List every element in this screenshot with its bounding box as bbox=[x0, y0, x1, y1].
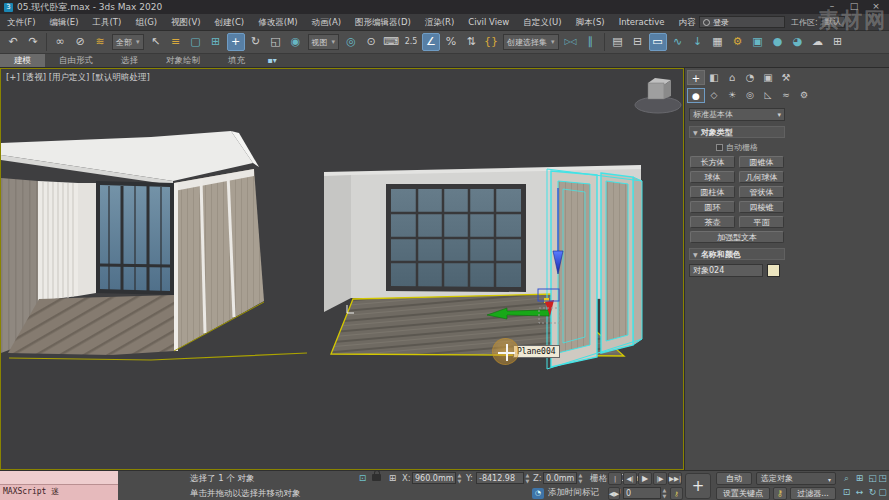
menu-graph-editors[interactable]: 图形编辑器(D) bbox=[348, 14, 418, 30]
menu-scripting[interactable]: 脚本(S) bbox=[569, 14, 612, 30]
key-filters-icon[interactable]: ⚷ bbox=[773, 487, 787, 500]
hierarchy-tab-icon[interactable]: ⌂ bbox=[723, 70, 741, 85]
curve-editor-icon[interactable]: ∿ bbox=[669, 33, 687, 51]
auto-key-button[interactable]: 自动 bbox=[716, 472, 752, 485]
sphere-button[interactable]: 球体 bbox=[690, 171, 735, 183]
viewcube[interactable] bbox=[635, 78, 681, 113]
add-time-tag[interactable]: ◔ 添加时间标记 bbox=[532, 487, 599, 499]
rendered-frame-window-icon[interactable]: ▣ bbox=[749, 33, 767, 51]
object-color-swatch[interactable] bbox=[767, 264, 780, 277]
utilities-tab-icon[interactable]: ⚒ bbox=[777, 70, 795, 85]
maxscript-mini-listener[interactable]: MAXScript 迷 bbox=[0, 471, 118, 500]
menu-create[interactable]: 创建(C) bbox=[208, 14, 252, 30]
named-selection-sets-dropdown[interactable]: 创建选择集 ▾ bbox=[503, 34, 559, 50]
tab-modeling[interactable]: 建模 bbox=[0, 54, 45, 67]
geometry-category-dropdown[interactable]: 标准基本体 ▾ bbox=[689, 108, 785, 121]
selected-frame-object[interactable] bbox=[547, 169, 642, 369]
perspective-viewport[interactable]: [+] [透视] [用户定义] [默认明暗处理] bbox=[0, 68, 684, 470]
zoom-icon[interactable]: ⌕ bbox=[840, 472, 853, 485]
zoom-all-icon[interactable]: ⊞ bbox=[853, 472, 866, 485]
go-to-start-button[interactable]: |◀◀ bbox=[608, 472, 622, 485]
edit-named-sets-icon[interactable]: {} bbox=[482, 33, 500, 51]
next-frame-button[interactable]: |▶ bbox=[653, 472, 667, 485]
render-production-icon[interactable]: ● bbox=[769, 33, 787, 51]
close-button[interactable]: × bbox=[865, 0, 887, 13]
select-and-scale-icon[interactable]: ◱ bbox=[267, 33, 285, 51]
geosphere-button[interactable]: 几何球体 bbox=[739, 171, 784, 183]
x-coordinate-field[interactable]: 960.0mm bbox=[412, 472, 456, 484]
select-object-icon[interactable]: ↖ bbox=[147, 33, 165, 51]
z-spinner[interactable]: ▲▼ bbox=[577, 472, 584, 484]
material-editor-icon[interactable]: ▦ bbox=[709, 33, 727, 51]
object-type-header[interactable]: ▼ 对象类型 bbox=[689, 126, 785, 138]
workspace-selector[interactable]: 工作区: 默认 bbox=[791, 16, 885, 28]
display-tab-icon[interactable]: ▣ bbox=[759, 70, 777, 85]
teapot-button[interactable]: 茶壶 bbox=[690, 216, 735, 228]
go-to-end-button[interactable]: ▶▶| bbox=[668, 472, 682, 485]
cone-button[interactable]: 圆锥体 bbox=[739, 156, 784, 168]
render-setup-icon[interactable]: ⚙ bbox=[729, 33, 747, 51]
name-color-header[interactable]: ▼ 名称和颜色 bbox=[689, 248, 785, 260]
menu-rendering[interactable]: 渲染(R) bbox=[418, 14, 462, 30]
tab-selection[interactable]: 选择 bbox=[107, 54, 152, 67]
undo-icon[interactable]: ↶ bbox=[4, 33, 22, 51]
select-by-name-icon[interactable]: ≡ bbox=[167, 33, 185, 51]
torus-button[interactable]: 圆环 bbox=[690, 201, 735, 213]
create-tab-icon[interactable]: + bbox=[687, 70, 705, 85]
minimize-button[interactable]: – bbox=[821, 0, 843, 13]
textplus-button[interactable]: 加强型文本 bbox=[690, 231, 784, 243]
redo-icon[interactable]: ↷ bbox=[24, 33, 42, 51]
percent-snap-icon[interactable]: % bbox=[442, 33, 460, 51]
z-coordinate-field[interactable]: 0.0mm bbox=[543, 472, 577, 484]
menu-group[interactable]: 组(G) bbox=[128, 14, 164, 30]
selection-filter-dropdown[interactable]: 全部 ▾ bbox=[112, 34, 144, 50]
tab-object-paint[interactable]: 对象绘制 bbox=[152, 54, 214, 67]
tube-button[interactable]: 管状体 bbox=[739, 186, 784, 198]
app-store-icon[interactable]: ⊞ bbox=[829, 33, 847, 51]
selection-lock-icon[interactable] bbox=[372, 474, 381, 481]
left-room-model[interactable] bbox=[1, 131, 307, 360]
motion-tab-icon[interactable]: ◔ bbox=[741, 70, 759, 85]
cameras-icon[interactable]: ◎ bbox=[741, 88, 759, 103]
render-iterative-icon[interactable]: ◕ bbox=[789, 33, 807, 51]
previous-frame-button[interactable]: ◀| bbox=[623, 472, 637, 485]
modify-tab-icon[interactable]: ◧ bbox=[705, 70, 723, 85]
select-and-manipulate-icon[interactable]: ⊙ bbox=[362, 33, 380, 51]
systems-icon[interactable]: ⚙ bbox=[795, 88, 813, 103]
maximize-button[interactable]: □ bbox=[843, 0, 865, 13]
menu-civil-view[interactable]: Civil View bbox=[461, 14, 516, 30]
reference-coordinate-dropdown[interactable]: 视图 ▾ bbox=[308, 34, 340, 50]
menu-customize[interactable]: 自定义(U) bbox=[516, 14, 568, 30]
key-filters-button[interactable]: 过滤器... bbox=[790, 487, 836, 500]
viewport-label[interactable]: [+] [透视] [用户定义] [默认明暗处理] bbox=[6, 72, 150, 84]
menu-file[interactable]: 文件(F) bbox=[0, 14, 43, 30]
frame-spinner[interactable]: ▲▼ bbox=[661, 487, 668, 499]
keyboard-override-icon[interactable]: ⌨ bbox=[382, 33, 400, 51]
pan-icon[interactable]: ↔ bbox=[853, 486, 866, 499]
zoom-region-icon[interactable]: ⊡ bbox=[840, 486, 853, 499]
tab-freeform[interactable]: 自由形式 bbox=[45, 54, 107, 67]
spinner-snap-icon[interactable]: ⇅ bbox=[462, 33, 480, 51]
spacewarps-icon[interactable]: ≈ bbox=[777, 88, 795, 103]
unlink-selection-icon[interactable]: ⊘ bbox=[71, 33, 89, 51]
select-and-link-icon[interactable]: ∞ bbox=[51, 33, 69, 51]
maxscript-input-row[interactable] bbox=[0, 471, 118, 485]
object-name-input[interactable]: 对象024 bbox=[689, 264, 763, 277]
key-mode-icon[interactable]: ⚷ bbox=[670, 487, 683, 500]
y-spinner[interactable]: ▲▼ bbox=[524, 472, 531, 484]
menu-views[interactable]: 视图(V) bbox=[164, 14, 207, 30]
play-button[interactable]: ▶ bbox=[638, 472, 652, 485]
use-pivot-center-icon[interactable]: ◎ bbox=[342, 33, 360, 51]
select-and-move-icon[interactable]: + bbox=[227, 33, 245, 51]
set-key-button[interactable]: 设置关键点 bbox=[716, 487, 770, 500]
rectangular-region-icon[interactable]: ▢ bbox=[187, 33, 205, 51]
menu-content[interactable]: 内容 bbox=[671, 14, 702, 30]
menu-modifiers[interactable]: 修改器(M) bbox=[251, 14, 304, 30]
lights-icon[interactable]: ☀ bbox=[723, 88, 741, 103]
helpers-icon[interactable]: ◺ bbox=[759, 88, 777, 103]
zoom-extents-all-icon[interactable]: ◳ bbox=[876, 472, 889, 485]
window-crossing-icon[interactable]: ⊞ bbox=[207, 33, 225, 51]
sign-in-control[interactable]: 登录 bbox=[699, 16, 785, 28]
select-and-rotate-icon[interactable]: ↻ bbox=[247, 33, 265, 51]
menu-interactive[interactable]: Interactive bbox=[612, 14, 672, 30]
